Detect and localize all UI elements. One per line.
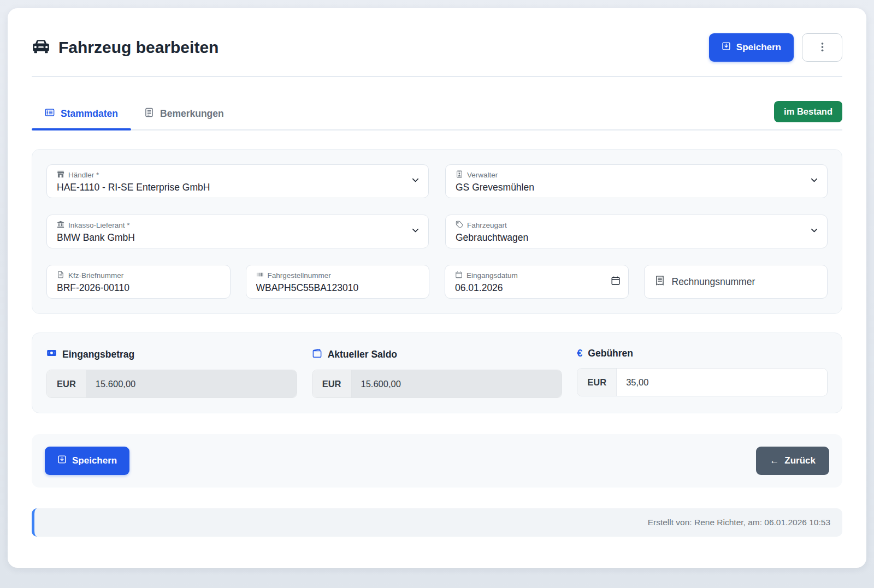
journal-text-icon — [144, 108, 154, 120]
back-button-label: Zurück — [784, 455, 816, 466]
haendler-select[interactable]: Händler * HAE-1110 - RI-SE Enterprise Gm… — [46, 164, 429, 198]
eingangsbetrag-label: Eingangsbetrag — [62, 349, 134, 360]
amounts-panel: Eingangsbetrag EUR Aktueller Saldo EUR — [32, 332, 842, 413]
rechnungsnummer-field[interactable] — [644, 265, 828, 299]
car-front-icon — [32, 38, 50, 57]
action-bar: Speichern ← Zurück — [32, 434, 842, 488]
haendler-label: Händler * — [68, 171, 99, 179]
fahrgestellnummer-field[interactable]: Fahrgestellnummer WBAPH5C55BA123010 — [246, 265, 430, 299]
inkasso-lieferant-value: BMW Bank GmbH — [57, 232, 418, 243]
arrow-left-icon: ← — [770, 455, 779, 466]
tab-stammdaten-label: Stammdaten — [61, 108, 118, 120]
inkasso-lieferant-label: Inkasso-Lieferant * — [68, 221, 130, 229]
file-text-icon — [57, 271, 64, 280]
shop-icon — [57, 170, 64, 180]
chevron-down-icon — [810, 227, 818, 237]
currency-prefix: EUR — [577, 369, 617, 396]
kebab-menu-icon — [821, 41, 824, 54]
header-divider — [32, 76, 842, 77]
bank-icon — [57, 221, 64, 230]
currency-prefix: EUR — [312, 370, 352, 397]
chevron-down-icon — [810, 176, 818, 187]
cash-icon — [46, 348, 57, 361]
page-header: Fahrzeug bearbeiten Speichern — [32, 33, 842, 62]
back-button[interactable]: ← Zurück — [756, 447, 829, 475]
fahrzeugart-select[interactable]: Fahrzeugart Gebrauchtwagen — [445, 215, 828, 248]
save-button-label: Speichern — [72, 455, 117, 466]
more-options-button[interactable] — [802, 33, 842, 62]
date-picker-icon[interactable] — [611, 276, 621, 288]
card-list-icon — [45, 108, 55, 120]
euro-icon: € — [577, 348, 582, 359]
kfz-briefnummer-label: Kfz-Briefnummer — [68, 271, 123, 280]
calendar-icon — [455, 271, 463, 280]
save-button-top[interactable]: Speichern — [709, 33, 794, 62]
fahrgestellnummer-label: Fahrgestellnummer — [268, 271, 331, 280]
aktueller-saldo-group: Aktueller Saldo EUR — [312, 348, 563, 398]
eingangsbetrag-group: Eingangsbetrag EUR — [46, 348, 297, 398]
eingangsdatum-value: 06.01.2026 — [455, 282, 618, 294]
rechnungsnummer-input[interactable] — [672, 276, 818, 288]
verwalter-value: GS Grevesmühlen — [456, 182, 817, 193]
inkasso-lieferant-select[interactable]: Inkasso-Lieferant * BMW Bank GmbH — [46, 215, 429, 248]
verwalter-select[interactable]: Verwalter GS Grevesmühlen — [445, 164, 828, 198]
tabs-row: Stammdaten Bemerkungen im Bestand — [32, 101, 842, 130]
header-actions: Speichern — [709, 33, 842, 62]
aktueller-saldo-label: Aktueller Saldo — [328, 349, 397, 360]
aktueller-saldo-input — [352, 370, 562, 397]
fahrgestellnummer-value: WBAPH5C55BA123010 — [256, 282, 420, 294]
aktueller-saldo-inputgroup: EUR — [312, 370, 563, 398]
save-icon — [722, 41, 731, 54]
page-title: Fahrzeug bearbeiten — [32, 38, 218, 57]
eingangsbetrag-input — [86, 370, 297, 397]
eingangsdatum-field[interactable]: Eingangsdatum 06.01.2026 — [445, 265, 629, 299]
gebuehren-label: Gebühren — [588, 348, 633, 359]
save-button-bottom[interactable]: Speichern — [45, 447, 129, 475]
receipt-icon — [654, 275, 665, 288]
stammdaten-panel: Händler * HAE-1110 - RI-SE Enterprise Gm… — [32, 149, 842, 314]
status-badge: im Bestand — [774, 101, 842, 122]
haendler-value: HAE-1110 - RI-SE Enterprise GmbH — [57, 182, 418, 193]
tab-bemerkungen[interactable]: Bemerkungen — [131, 101, 237, 129]
created-by-text: Erstellt von: Rene Richter, am: 06.01.20… — [648, 518, 830, 527]
main-card: Fahrzeug bearbeiten Speichern — [8, 8, 866, 568]
save-button-label: Speichern — [736, 42, 781, 53]
tab-stammdaten[interactable]: Stammdaten — [32, 101, 131, 129]
chevron-down-icon — [411, 176, 420, 187]
gebuehren-group: € Gebühren EUR — [577, 348, 828, 398]
wallet-icon — [312, 348, 322, 361]
barcode-icon — [256, 271, 264, 280]
currency-prefix: EUR — [47, 370, 86, 397]
gebuehren-input[interactable] — [617, 369, 827, 396]
gebuehren-inputgroup: EUR — [577, 368, 828, 396]
eingangsbetrag-inputgroup: EUR — [46, 370, 297, 398]
verwalter-label: Verwalter — [467, 171, 498, 179]
chevron-down-icon — [411, 227, 420, 237]
eingangsdatum-label: Eingangsdatum — [466, 271, 518, 280]
fahrzeugart-label: Fahrzeugart — [467, 221, 507, 229]
kfz-briefnummer-value: BRF-2026-00110 — [57, 282, 220, 294]
save-icon — [57, 455, 67, 467]
tab-bemerkungen-label: Bemerkungen — [160, 108, 224, 120]
person-badge-icon — [456, 170, 463, 180]
tabs: Stammdaten Bemerkungen — [32, 101, 237, 129]
footer-bar: Erstellt von: Rene Richter, am: 06.01.20… — [32, 508, 842, 537]
tag-icon — [456, 221, 463, 230]
kfz-briefnummer-field[interactable]: Kfz-Briefnummer BRF-2026-00110 — [46, 265, 231, 299]
page-title-text: Fahrzeug bearbeiten — [58, 38, 218, 57]
fahrzeugart-value: Gebrauchtwagen — [456, 232, 817, 243]
